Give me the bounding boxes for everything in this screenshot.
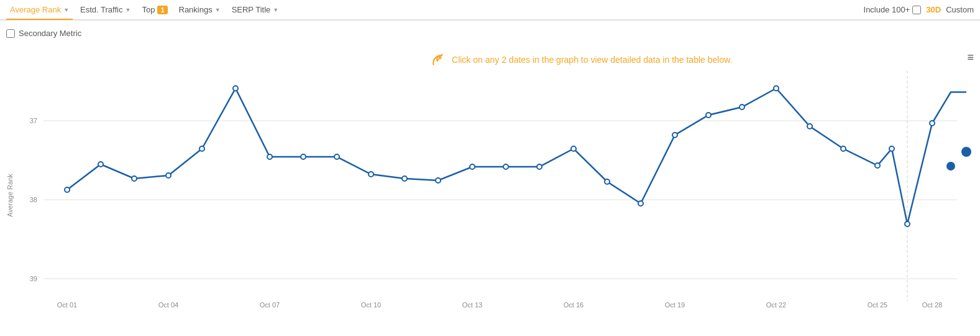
data-point (807, 124, 812, 129)
include-100-label: Include 100+ (864, 5, 910, 14)
svg-text:37: 37 (30, 117, 37, 124)
estd-traffic-caret: ▼ (125, 7, 131, 13)
average-rank-tab[interactable]: Average Rank ▼ (6, 1, 73, 20)
data-point (905, 222, 910, 226)
data-point (537, 164, 542, 169)
data-point (132, 176, 137, 181)
data-point (166, 173, 171, 178)
data-point (672, 133, 677, 138)
svg-text:Oct 28: Oct 28 (922, 301, 942, 309)
svg-text:Oct 25: Oct 25 (868, 301, 887, 309)
data-point (301, 154, 306, 159)
serp-title-caret: ▼ (273, 7, 278, 13)
y-axis-label: Average Rank (6, 174, 14, 217)
data-point (199, 146, 204, 151)
data-point-active[interactable] (962, 147, 971, 156)
data-point (605, 179, 610, 184)
svg-text:Oct 13: Oct 13 (462, 301, 482, 309)
top-tab[interactable]: Top 1 (138, 0, 171, 19)
estd-traffic-label: Estd. Traffic (80, 5, 122, 14)
rankings-tab[interactable]: Rankings ▼ (175, 0, 224, 19)
rankings-caret: ▼ (215, 7, 221, 13)
toolbar: Average Rank ▼ Estd. Traffic ▼ Top 1 Ran… (0, 0, 980, 21)
svg-text:Oct 07: Oct 07 (260, 301, 280, 309)
serp-title-label: SERP Title (232, 5, 271, 14)
secondary-metric-label[interactable]: Secondary Metric (6, 29, 81, 38)
data-point (774, 86, 779, 91)
custom-button[interactable]: Custom (946, 5, 974, 14)
data-point (889, 146, 894, 151)
data-point (369, 172, 373, 177)
data-point (65, 187, 70, 192)
rank-line (67, 88, 966, 224)
svg-text:Oct 22: Oct 22 (766, 301, 786, 309)
top-badge: 1 (157, 6, 167, 14)
data-point (638, 201, 643, 206)
average-rank-label: Average Rank (10, 5, 61, 14)
data-point (267, 154, 272, 159)
secondary-metric-row: Secondary Metric (0, 21, 980, 46)
svg-text:Oct 16: Oct 16 (564, 301, 584, 309)
data-point (436, 178, 441, 183)
data-point (875, 163, 880, 168)
data-point (233, 86, 238, 91)
average-rank-caret: ▼ (63, 7, 69, 13)
svg-text:Oct 10: Oct 10 (361, 301, 381, 309)
include-100-checkbox[interactable] (912, 6, 921, 14)
data-point-highlighted (947, 162, 955, 170)
svg-text:39: 39 (30, 275, 37, 282)
data-point (571, 146, 576, 151)
chart-area: Click on any 2 dates in the graph to vie… (0, 46, 980, 336)
data-point (841, 146, 846, 151)
data-point (930, 121, 935, 126)
toolbar-right: Include 100+ 30D Custom (864, 5, 974, 14)
data-point (503, 164, 508, 169)
estd-traffic-tab[interactable]: Estd. Traffic ▼ (76, 0, 134, 19)
data-point (470, 164, 475, 169)
include-100-container: Include 100+ (864, 5, 922, 14)
data-point (334, 154, 339, 159)
svg-text:Oct 04: Oct 04 (158, 301, 178, 309)
line-chart[interactable]: Average Rank 37 38 39 Oct 01 Oct 04 Oct … (0, 46, 980, 336)
data-point (706, 113, 711, 118)
data-point (740, 105, 744, 110)
secondary-metric-text: Secondary Metric (19, 29, 81, 38)
data-point (402, 176, 407, 181)
svg-text:Oct 19: Oct 19 (665, 301, 685, 309)
data-point (98, 162, 103, 167)
top-label: Top (142, 5, 155, 14)
30d-button[interactable]: 30D (926, 5, 941, 14)
serp-title-tab[interactable]: SERP Title ▼ (228, 0, 283, 19)
secondary-metric-checkbox[interactable] (6, 29, 15, 38)
rankings-label: Rankings (179, 5, 213, 14)
svg-text:38: 38 (30, 196, 37, 203)
svg-text:Oct 01: Oct 01 (57, 301, 77, 309)
